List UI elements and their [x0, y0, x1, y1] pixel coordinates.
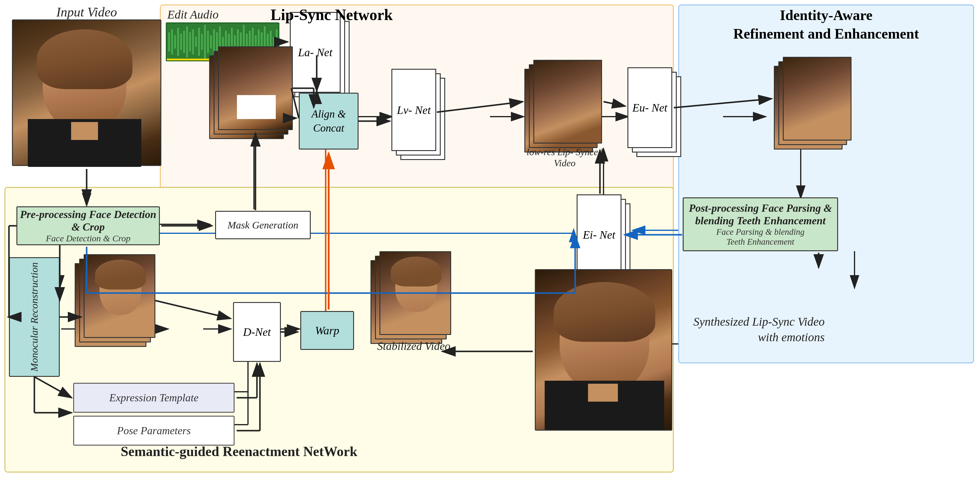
svg-rect-67 [273, 37, 275, 47]
svg-rect-44 [204, 25, 206, 59]
svg-rect-50 [222, 37, 224, 47]
svg-rect-33 [171, 29, 173, 54]
semantic-guided-title: Semantic-guided Reenactment NetWork [119, 443, 358, 461]
svg-rect-48 [216, 32, 218, 51]
pre-processing-box: Pre-processing Face Detection & Crop Fac… [16, 206, 160, 245]
eu-net-box: Eu- Net [627, 67, 672, 148]
synthesized-label: Synthesized Lip-Sync Video with emotions [681, 314, 825, 345]
pose-parameters-box: Pose Parameters [73, 416, 235, 446]
svg-rect-43 [201, 34, 203, 50]
monocular-reconstruction-box: Monocular Reconstruction [9, 257, 60, 377]
ei-net-box: Ei- Net [577, 195, 622, 275]
svg-rect-42 [198, 28, 200, 56]
lv-net-box: Lv- Net [391, 69, 436, 151]
lip-sync-title: Lip-Sync Network [227, 6, 436, 24]
eu-net-output-face [783, 57, 851, 140]
svg-rect-34 [174, 35, 176, 48]
face-frames-stack [218, 46, 293, 130]
post-processing-box: Post-processing Face Parsing & blending … [683, 197, 838, 251]
svg-rect-32 [168, 32, 170, 51]
svg-rect-38 [186, 26, 188, 57]
svg-rect-39 [189, 32, 191, 51]
stabilized-video-label: Stabilized Video [369, 340, 459, 353]
identity-aware-title: Identity-AwareRefinement and Enhancement [680, 6, 972, 43]
input-video-frame [12, 19, 161, 166]
svg-rect-40 [192, 29, 194, 54]
svg-rect-36 [180, 34, 182, 50]
warp-box: Warp [300, 311, 354, 350]
mask-generation-box: Mask Generation [215, 211, 311, 239]
bottom-face-stack [84, 254, 155, 338]
svg-rect-46 [210, 35, 212, 48]
d-net-box: D-Net [233, 302, 281, 362]
expression-template-box: Expression Template [73, 383, 235, 413]
svg-rect-35 [177, 28, 179, 56]
lv-net-output-face [533, 60, 602, 144]
stabilized-face-stack [379, 251, 451, 335]
la-net-box: La- Net [290, 12, 340, 93]
diagram-container: { "title": "Lip-Sync Network Architectur… [0, 0, 980, 477]
input-video-label: Input Video [24, 5, 150, 20]
svg-rect-41 [195, 37, 197, 47]
edit-audio-label: Edit Audio [167, 8, 218, 22]
align-concat-box: Align & Concat [299, 93, 358, 150]
svg-rect-45 [207, 31, 209, 53]
low-res-label: low-res Lip- Synced Video [524, 147, 605, 169]
svg-rect-37 [183, 31, 185, 53]
synthesized-face-large [535, 269, 672, 431]
